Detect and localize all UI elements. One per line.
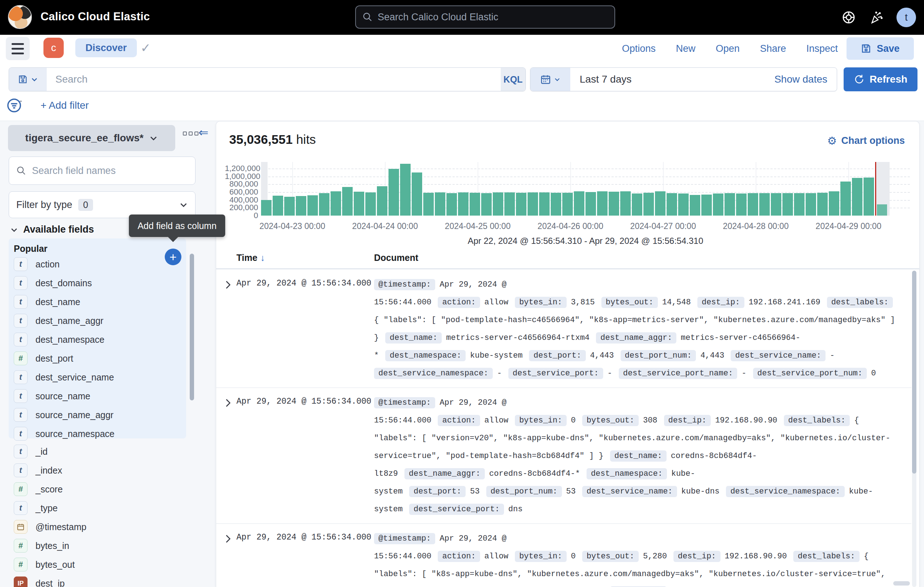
histogram-bar — [504, 192, 515, 216]
field-item-action[interactable]: taction — [14, 255, 186, 274]
histogram-bar — [261, 200, 272, 216]
options-link[interactable]: Options — [622, 43, 656, 55]
histogram-bar — [423, 193, 434, 216]
news-party-popper-icon[interactable] — [869, 10, 883, 25]
field-item-bytes_in[interactable]: #bytes_in — [14, 536, 186, 555]
field-settings-icon[interactable] — [183, 132, 198, 136]
horizontal-scrollbar[interactable] — [893, 581, 910, 585]
x-axis-tick-label: 2024-04-28 00:00 — [723, 222, 789, 231]
filter-icon[interactable] — [7, 97, 23, 114]
add-field-as-column-button[interactable]: + — [165, 248, 182, 265]
field-search-input[interactable] — [32, 165, 188, 177]
new-link[interactable]: New — [676, 43, 696, 55]
field-item-_type[interactable]: t_type — [14, 499, 186, 518]
field-item-bytes_out[interactable]: #bytes_out — [14, 555, 186, 574]
kql-language-button[interactable]: KQL — [501, 68, 525, 91]
query-bar: KQL Last 7 days Show dates Refresh + Add… — [0, 62, 924, 121]
global-search[interactable] — [355, 5, 615, 29]
inspect-link[interactable]: Inspect — [806, 43, 838, 55]
field-name-badge: dest_port_num: — [486, 486, 562, 497]
field-item-dest_name[interactable]: tdest_name — [14, 293, 186, 311]
field-item-dest_service_name[interactable]: tdest_service_name — [14, 368, 186, 387]
field-item-source_name_aggr[interactable]: tsource_name_aggr — [14, 405, 186, 424]
available-fields-header[interactable]: Available fields — [10, 224, 94, 235]
add-filter-button[interactable]: + Add filter — [41, 100, 89, 111]
filter-by-type-label: Filter by type — [16, 199, 73, 210]
save-button-label: Save — [876, 43, 899, 55]
field-item-source_namespace[interactable]: tsource_namespace — [14, 424, 186, 443]
field-item-dest_name_aggr[interactable]: tdest_name_aggr — [14, 311, 186, 330]
histogram-bar — [273, 196, 283, 216]
histogram-bar — [863, 177, 874, 216]
save-floppy-icon — [861, 43, 871, 54]
show-dates-button[interactable]: Show dates — [774, 74, 837, 85]
collapse-sidebar-icon[interactable]: ⇐ — [198, 126, 208, 139]
date-picker-button[interactable] — [530, 68, 570, 91]
save-button[interactable]: Save — [846, 37, 914, 60]
share-link[interactable]: Share — [760, 43, 786, 55]
saved-query-menu-button[interactable] — [9, 68, 47, 91]
field-item-dest_namespace[interactable]: tdest_namespace — [14, 330, 186, 349]
histogram-bar — [713, 193, 723, 216]
field-label: dest_service_name — [35, 372, 114, 383]
field-name-badge: @timestamp: — [374, 533, 435, 544]
index-pattern-selector[interactable]: tigera_secure_ee_flows* — [8, 125, 175, 151]
field-name-badge: action: — [438, 551, 480, 562]
histogram-bar — [435, 192, 446, 216]
time-range-value[interactable]: Last 7 days — [570, 74, 774, 85]
field-name-badge: dest_service_port: — [508, 368, 603, 379]
field-item-@timestamp[interactable]: @timestamp — [14, 518, 186, 536]
field-item-_id[interactable]: t_id — [14, 442, 186, 461]
field-item-source_name[interactable]: tsource_name — [14, 387, 186, 405]
histogram-bar — [805, 193, 816, 216]
histogram-bar — [678, 193, 689, 216]
field-value: allow — [485, 552, 508, 561]
histogram-bar — [493, 192, 503, 216]
histogram-bar — [330, 191, 341, 216]
refresh-button[interactable]: Refresh — [844, 68, 917, 91]
space-badge[interactable]: c — [43, 38, 64, 58]
field-item-_score[interactable]: #_score — [14, 480, 186, 499]
number-type-icon: # — [14, 482, 28, 496]
field-item-dest_port[interactable]: #dest_port — [14, 349, 186, 368]
kql-search-input[interactable] — [55, 74, 492, 85]
help-life-ring-icon[interactable] — [842, 10, 856, 25]
field-search[interactable] — [9, 157, 196, 185]
field-value: - — [741, 369, 746, 378]
field-name-badge: dest_port: — [409, 486, 465, 497]
breadcrumb-discover[interactable]: Discover — [75, 38, 137, 57]
filter-by-type-select[interactable]: Filter by type 0 — [9, 191, 196, 218]
filter-by-type-count: 0 — [78, 199, 93, 211]
field-item-dest_domains[interactable]: tdest_domains — [14, 274, 186, 293]
field-name-badge: dest_service_name: — [731, 350, 825, 361]
sidebar-scrollbar[interactable] — [190, 254, 194, 400]
field-name-badge: dest_service_namespace: — [374, 368, 493, 379]
field-name-badge: dest_name_aggr: — [596, 332, 676, 344]
menu-hamburger-icon[interactable] — [6, 37, 30, 60]
field-name-badge: dest_service_port: — [409, 504, 504, 515]
expand-row-button[interactable] — [216, 394, 236, 518]
x-axis-tick-label: 2024-04-23 00:00 — [260, 222, 325, 231]
field-name-badge: dest_ip: — [697, 297, 744, 308]
expand-row-button[interactable] — [216, 276, 236, 382]
field-value: 192.168.241.169 — [749, 298, 820, 307]
app-title: Calico Cloud Elastic — [41, 10, 150, 23]
field-name-badge: @timestamp: — [374, 397, 435, 408]
field-value: 0 — [871, 369, 876, 378]
table-row: Apr 29, 2024 @ 15:56:34.000@timestamp:Ap… — [216, 524, 911, 587]
user-avatar[interactable]: t — [896, 8, 916, 27]
histogram-bar — [516, 193, 526, 216]
refresh-button-label: Refresh — [870, 74, 908, 85]
histogram-bar — [817, 193, 828, 216]
table-scrollbar-thumb[interactable] — [912, 271, 916, 474]
field-name-badge: dest_labels: — [784, 415, 850, 426]
histogram-bar — [609, 192, 619, 216]
open-link[interactable]: Open — [716, 43, 740, 55]
histogram-bar — [597, 191, 607, 216]
expand-row-button[interactable] — [216, 530, 236, 587]
field-item-dest_ip[interactable]: IPdest_ip — [14, 574, 186, 587]
time-column-header[interactable]: Time↓ — [236, 253, 265, 263]
global-search-input[interactable] — [378, 12, 608, 23]
field-value: 14,548 — [662, 298, 691, 307]
field-item-_index[interactable]: t_index — [14, 461, 186, 480]
